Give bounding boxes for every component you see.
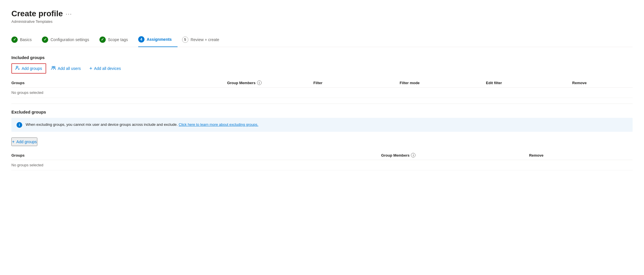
- svg-point-2: [54, 66, 55, 68]
- add-groups-button[interactable]: Add groups: [11, 63, 46, 74]
- step-scope-label: Scope tags: [108, 37, 128, 42]
- included-action-bar: Add groups Add all users + Add all devic…: [11, 63, 633, 74]
- step-assignments-label: Assignments: [147, 37, 172, 42]
- step-assignments[interactable]: 4 Assignments: [138, 33, 178, 47]
- step-assignments-circle: 4: [138, 36, 144, 43]
- step-review-label: Review + create: [191, 37, 219, 42]
- step-basics-label: Basics: [20, 37, 32, 42]
- excl-col-group-members: Group Members i: [381, 153, 529, 157]
- checkmark-icon-2: ✓: [44, 37, 47, 42]
- person-add-icon: [15, 66, 20, 71]
- excluded-empty-row: No groups selected: [11, 160, 633, 170]
- excluded-info-banner: i When excluding groups, you cannot mix …: [11, 118, 633, 132]
- excluded-groups-section: Excluded groups i When excluding groups,…: [11, 110, 633, 170]
- excl-group-members-info-icon: i: [411, 153, 415, 157]
- excl-col-remove: Remove: [529, 153, 633, 157]
- add-groups-label: Add groups: [22, 66, 42, 71]
- info-banner-text: When excluding groups, you cannot mix us…: [26, 122, 258, 128]
- add-all-users-label: Add all users: [58, 66, 81, 71]
- included-groups-table: Groups Group Members i Filter Filter mod…: [11, 78, 633, 98]
- svg-point-0: [16, 66, 18, 68]
- step-assignments-number: 4: [140, 37, 142, 41]
- col-group-members: Group Members i: [227, 80, 313, 85]
- add-excluded-groups-label: Add groups: [16, 139, 37, 144]
- included-empty-text: No groups selected: [11, 90, 227, 95]
- step-review[interactable]: 5 Review + create: [182, 33, 225, 47]
- checkmark-icon: ✓: [13, 37, 16, 42]
- section-divider: [11, 104, 633, 104]
- excluded-empty-text: No groups selected: [11, 163, 381, 167]
- add-excluded-groups-button[interactable]: + Add groups: [11, 138, 37, 146]
- included-empty-row: No groups selected: [11, 88, 633, 98]
- add-all-users-button[interactable]: Add all users: [47, 64, 85, 73]
- add-all-devices-label: Add all devices: [94, 66, 121, 71]
- page-title: Create profile: [11, 9, 63, 18]
- excl-col-groups: Groups: [11, 153, 381, 157]
- plus-icon-excluded: +: [12, 139, 15, 144]
- excluded-groups-table: Groups Group Members i Remove No groups …: [11, 151, 633, 170]
- col-filter-mode: Filter mode: [400, 80, 486, 85]
- included-groups-label: Included groups: [11, 55, 633, 60]
- add-all-devices-button[interactable]: + Add all devices: [86, 64, 125, 74]
- step-scope[interactable]: ✓ Scope tags: [99, 33, 134, 47]
- page-header: Create profile ··· Administrative Templa…: [11, 9, 633, 24]
- step-configuration-circle: ✓: [42, 37, 48, 43]
- step-basics-circle: ✓: [11, 37, 18, 43]
- checkmark-icon-3: ✓: [101, 37, 104, 42]
- step-configuration-label: Configuration settings: [50, 37, 89, 42]
- col-edit-filter: Edit filter: [486, 80, 572, 85]
- group-members-info-icon: i: [257, 80, 262, 85]
- step-review-circle: 5: [182, 37, 188, 43]
- col-groups: Groups: [11, 80, 227, 85]
- info-banner-icon: i: [17, 122, 22, 128]
- more-options-icon[interactable]: ···: [66, 11, 72, 17]
- wizard-nav: ✓ Basics ✓ Configuration settings ✓ Scop…: [11, 33, 633, 47]
- included-groups-section: Included groups Add groups: [11, 55, 633, 98]
- excluded-groups-label: Excluded groups: [11, 110, 633, 114]
- svg-point-1: [52, 66, 53, 68]
- plus-icon: +: [89, 66, 93, 72]
- step-basics[interactable]: ✓ Basics: [11, 33, 37, 47]
- page-subtitle: Administrative Templates: [11, 19, 633, 24]
- step-configuration[interactable]: ✓ Configuration settings: [42, 33, 95, 47]
- people-icon: [51, 66, 56, 71]
- learn-more-link[interactable]: Click here to learn more about excluding…: [179, 122, 258, 127]
- col-remove: Remove: [572, 80, 633, 85]
- step-review-number: 5: [184, 38, 186, 42]
- excluded-table-header: Groups Group Members i Remove: [11, 151, 633, 160]
- included-table-header: Groups Group Members i Filter Filter mod…: [11, 78, 633, 88]
- col-filter: Filter: [313, 80, 400, 85]
- step-scope-circle: ✓: [99, 37, 106, 43]
